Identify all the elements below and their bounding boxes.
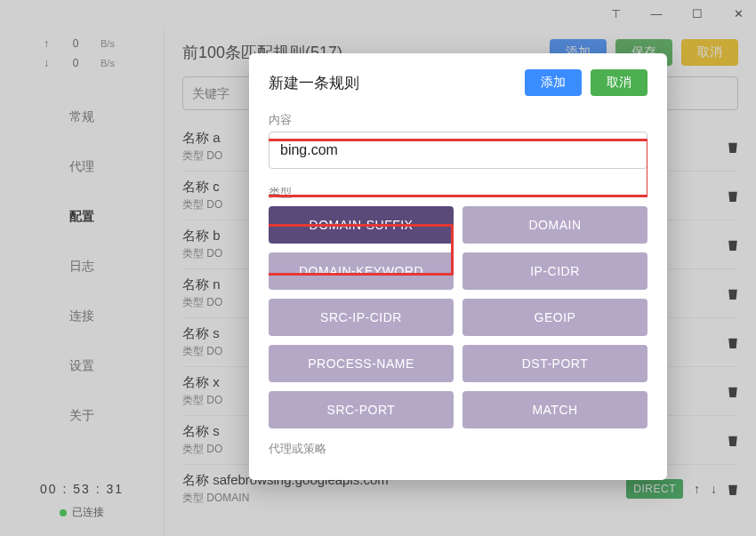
type-option-src-ip-cidr[interactable]: SRC-IP-CIDR <box>269 299 454 336</box>
proxy-label: 代理或策略 <box>269 441 647 457</box>
type-option-domain-keyword[interactable]: DOMAIN-KEYWORD <box>269 252 454 290</box>
type-label: 类型 <box>269 185 647 201</box>
type-option-src-port[interactable]: SRC-PORT <box>269 391 454 428</box>
content-label: 内容 <box>269 112 647 128</box>
type-grid: DOMAIN-SUFFIXDOMAINDOMAIN-KEYWORDIP-CIDR… <box>269 206 647 428</box>
type-option-ip-cidr[interactable]: IP-CIDR <box>462 252 647 290</box>
new-rule-modal: 新建一条规则 添加 取消 内容 类型 DOMAIN-SUFFIXDOMAINDO… <box>249 53 667 480</box>
modal-add-button[interactable]: 添加 <box>525 69 582 96</box>
type-option-process-name[interactable]: PROCESS-NAME <box>269 345 454 382</box>
modal-title: 新建一条规则 <box>269 73 525 93</box>
type-option-dst-port[interactable]: DST-PORT <box>462 345 647 382</box>
type-option-match[interactable]: MATCH <box>462 391 647 428</box>
type-option-domain[interactable]: DOMAIN <box>462 206 647 244</box>
content-input[interactable] <box>269 132 647 169</box>
type-option-geoip[interactable]: GEOIP <box>462 299 647 336</box>
type-option-domain-suffix[interactable]: DOMAIN-SUFFIX <box>269 206 454 244</box>
modal-cancel-button[interactable]: 取消 <box>591 69 647 96</box>
